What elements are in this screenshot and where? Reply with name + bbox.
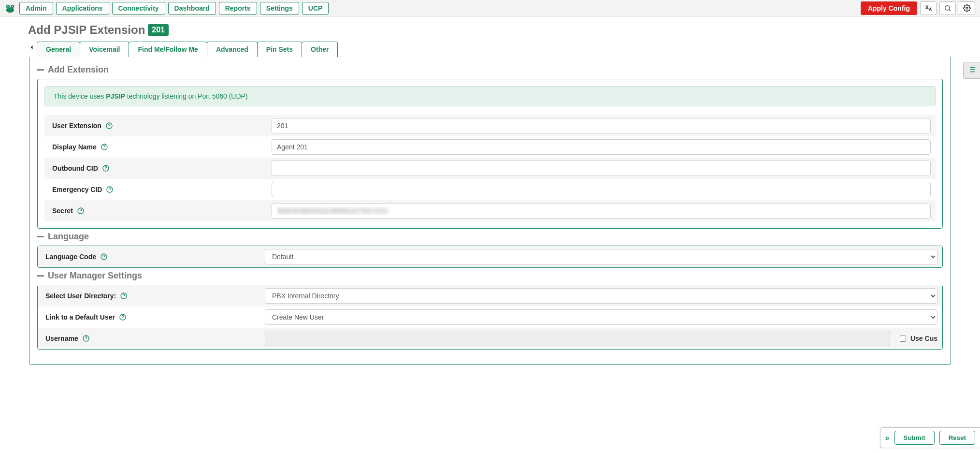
label-secret: Secret	[52, 207, 73, 215]
select-link-default-user[interactable]: Create New User	[265, 309, 937, 325]
label-display-name: Display Name	[52, 143, 97, 151]
row-outbound-cid: Outbound CID	[44, 158, 936, 179]
label-outbound-cid: Outbound CID	[52, 164, 98, 172]
info-banner: This device uses PJSIP technology listen…	[44, 86, 936, 106]
label-language-code: Language Code	[45, 253, 96, 261]
nav-settings[interactable]: Settings	[260, 2, 299, 15]
back-chevron-icon[interactable]	[29, 44, 35, 54]
top-nav: Admin Applications Connectivity Dashboar…	[19, 2, 329, 15]
apply-config-button[interactable]: Apply Config	[861, 1, 917, 15]
side-list-button[interactable]	[963, 62, 980, 79]
row-emergency-cid: Emergency CID	[44, 179, 936, 200]
svg-point-6	[966, 7, 968, 9]
use-custom-label: Use Cus	[910, 335, 937, 342]
tab-voicemail[interactable]: Voicemail	[80, 42, 129, 57]
input-emergency-cid[interactable]	[272, 182, 931, 197]
collapse-icon	[37, 275, 44, 277]
label-username: Username	[45, 335, 78, 342]
row-display-name: Display Name	[44, 136, 936, 158]
gear-icon[interactable]	[959, 1, 975, 15]
language-icon[interactable]	[920, 1, 937, 15]
svg-point-5	[945, 5, 950, 10]
page-title-text: Add PJSIP Extension	[28, 23, 145, 37]
nav-dashboard[interactable]: Dashboard	[168, 2, 216, 15]
extension-badge: 201	[148, 24, 169, 36]
section-language[interactable]: Language	[37, 232, 943, 242]
banner-pre: This device uses	[54, 92, 106, 100]
label-emergency-cid: Emergency CID	[52, 186, 102, 193]
help-icon[interactable]	[102, 164, 110, 172]
tabs: General Voicemail Find Me/Follow Me Adva…	[37, 42, 951, 57]
svg-point-3	[7, 6, 8, 7]
section-add-extension[interactable]: Add Extension	[37, 65, 943, 75]
top-bar: Admin Applications Connectivity Dashboar…	[0, 0, 980, 16]
help-icon[interactable]	[119, 313, 127, 321]
app-logo	[5, 3, 15, 14]
tab-general[interactable]: General	[37, 42, 80, 57]
nav-connectivity[interactable]: Connectivity	[112, 2, 165, 15]
input-secret[interactable]	[272, 203, 931, 219]
label-link-default-user: Link to a Default User	[45, 313, 115, 321]
input-outbound-cid[interactable]	[272, 161, 931, 176]
label-select-user-directory: Select User Directory:	[45, 292, 116, 300]
collapse-icon	[37, 236, 44, 237]
row-username: Username Use Cus	[38, 328, 942, 349]
input-user-extension[interactable]	[272, 118, 931, 133]
input-display-name[interactable]	[272, 139, 931, 155]
section-title: Add Extension	[48, 65, 109, 75]
section-title: User Manager Settings	[48, 271, 142, 281]
row-language-code: Language Code Default	[38, 246, 942, 267]
help-icon[interactable]	[100, 253, 108, 261]
banner-tech: PJSIP	[106, 92, 125, 100]
label-user-extension: User Extension	[52, 122, 101, 130]
select-user-directory[interactable]: PBX Internal Directory	[265, 288, 937, 304]
row-user-extension: User Extension	[44, 115, 936, 136]
section-title: Language	[48, 232, 89, 242]
checkbox-use-custom[interactable]	[900, 336, 906, 342]
nav-admin[interactable]: Admin	[19, 2, 53, 15]
input-username	[265, 331, 890, 346]
help-icon[interactable]	[120, 292, 128, 300]
help-icon[interactable]	[101, 143, 108, 151]
collapse-icon	[37, 69, 44, 71]
help-icon[interactable]	[105, 122, 113, 130]
nav-ucp[interactable]: UCP	[302, 2, 329, 15]
help-icon[interactable]	[106, 186, 114, 193]
svg-point-4	[12, 6, 13, 7]
page-title: Add PJSIP Extension 201	[28, 23, 961, 37]
select-language-code[interactable]: Default	[265, 249, 937, 264]
help-icon[interactable]	[77, 207, 85, 215]
svg-point-2	[6, 7, 14, 13]
help-icon[interactable]	[82, 335, 90, 342]
tab-advanced[interactable]: Advanced	[207, 42, 258, 57]
use-custom-username-toggle[interactable]: Use Cus	[898, 334, 937, 343]
row-link-default-user: Link to a Default User Create New User	[38, 307, 942, 328]
tab-pin-sets[interactable]: Pin Sets	[257, 42, 302, 57]
nav-reports[interactable]: Reports	[219, 2, 257, 15]
section-user-manager[interactable]: User Manager Settings	[37, 271, 943, 281]
row-secret: Secret	[44, 200, 936, 221]
tab-other[interactable]: Other	[302, 42, 338, 57]
nav-applications[interactable]: Applications	[56, 2, 109, 15]
row-select-user-directory: Select User Directory: PBX Internal Dire…	[38, 285, 942, 307]
search-icon[interactable]	[939, 1, 956, 15]
banner-post: technology listening on Port 5060 (UDP)	[125, 92, 248, 100]
tab-find-me[interactable]: Find Me/Follow Me	[129, 42, 207, 57]
